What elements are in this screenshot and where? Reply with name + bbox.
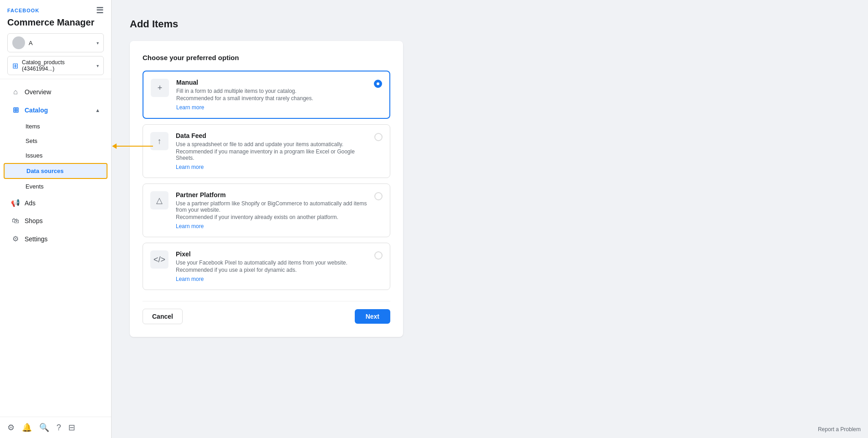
manual-radio[interactable] (374, 80, 382, 88)
next-button[interactable]: Next (355, 309, 390, 324)
sidebar-header: FACEBOOK ☰ Commerce Manager A ▾ ⊞ Catalo… (0, 0, 111, 79)
catalog-icon: ⊞ (11, 106, 20, 114)
sidebar-item-sets[interactable]: Sets (4, 134, 107, 148)
sidebar-footer: ⚙ 🔔 🔍 ? ⊟ (0, 417, 111, 438)
ads-icon: 📢 (11, 199, 20, 207)
sidebar-item-ads[interactable]: 📢 Ads (4, 194, 107, 212)
catalog-selector[interactable]: ⊞ Catalog_products (43461994...) ▾ (7, 56, 104, 75)
sidebar-item-catalog[interactable]: ⊞ Catalog ▲ (4, 101, 107, 119)
main-content: Add Items Choose your preferred option +… (112, 0, 868, 438)
facebook-brand: FACEBOOK ☰ (7, 5, 104, 15)
sidebar-item-items[interactable]: Items (4, 119, 107, 133)
search-icon[interactable]: 🔍 (39, 423, 49, 433)
option-manual[interactable]: + Manual Fill in a form to add multiple … (143, 71, 390, 119)
data-feed-radio[interactable] (374, 133, 383, 141)
sidebar-toggle-icon[interactable]: ⊟ (68, 423, 75, 433)
data-feed-content: Data Feed Use a spreadsheet or file to a… (176, 132, 367, 170)
account-name: A (29, 40, 93, 46)
cancel-button[interactable]: Cancel (143, 309, 183, 324)
gear-icon[interactable]: ⚙ (7, 423, 15, 433)
data-feed-icon: ↑ (150, 132, 168, 150)
manual-learn-more[interactable]: Learn more (176, 104, 204, 111)
app-title: Commerce Manager (7, 17, 104, 28)
page-title: Add Items (130, 18, 850, 30)
chevron-down-icon: ▾ (97, 63, 99, 68)
catalog-name: Catalog_products (43461994...) (22, 59, 93, 72)
sidebar-item-label: Catalog (25, 107, 48, 114)
partner-platform-learn-more[interactable]: Learn more (176, 223, 204, 229)
partner-platform-content: Partner Platform Use a partner platform … (176, 191, 367, 229)
sidebar-item-label: Shops (25, 217, 43, 224)
partner-platform-radio[interactable] (374, 192, 383, 200)
card-subtitle: Choose your preferred option (143, 54, 390, 61)
sidebar-item-overview[interactable]: ⌂ Overview (4, 83, 107, 101)
option-data-feed[interactable]: ↑ Data Feed Use a spreadsheet or file to… (143, 124, 390, 178)
sidebar-item-label: Ads (25, 199, 36, 207)
home-icon: ⌂ (11, 88, 20, 96)
sidebar-item-settings[interactable]: ⚙ Settings (4, 230, 107, 248)
pixel-radio[interactable] (374, 251, 383, 260)
sidebar-item-issues[interactable]: Issues (4, 148, 107, 163)
report-problem-link[interactable]: Report a Problem (818, 426, 861, 433)
pixel-learn-more[interactable]: Learn more (176, 276, 204, 282)
help-icon[interactable]: ? (56, 423, 61, 433)
account-selector[interactable]: A ▾ (7, 33, 104, 52)
sidebar-item-events[interactable]: Events (4, 179, 107, 194)
catalog-sub-nav: Items Sets Issues Data sources Events (0, 119, 111, 194)
settings-icon: ⚙ (11, 234, 20, 243)
sidebar-item-data-sources[interactable]: Data sources (4, 163, 107, 179)
option-pixel[interactable]: </> Pixel Use your Facebook Pixel to aut… (143, 243, 390, 290)
manual-content: Manual Fill in a form to add multiple it… (176, 79, 367, 111)
shops-icon: 🛍 (11, 217, 20, 225)
chevron-down-icon: ▾ (97, 41, 99, 46)
pixel-icon: </> (150, 250, 168, 269)
pixel-content: Pixel Use your Facebook Pixel to automat… (176, 250, 367, 282)
option-partner-platform[interactable]: △ Partner Platform Use a partner platfor… (143, 183, 390, 237)
data-feed-learn-more[interactable]: Learn more (176, 164, 204, 170)
partner-platform-icon: △ (150, 191, 168, 209)
menu-icon[interactable]: ☰ (96, 5, 104, 15)
bell-icon[interactable]: 🔔 (22, 423, 32, 433)
chevron-up-icon: ▲ (95, 107, 100, 113)
sidebar-item-shops[interactable]: 🛍 Shops (4, 212, 107, 229)
sidebar-item-label: Overview (25, 88, 51, 96)
avatar (12, 36, 25, 49)
grid-icon: ⊞ (12, 61, 18, 70)
sidebar-nav: ⌂ Overview ⊞ Catalog ▲ Items Sets Issues… (0, 79, 111, 417)
card-footer: Cancel Next (143, 301, 390, 324)
manual-icon: + (151, 79, 169, 97)
sidebar-item-label: Settings (25, 235, 48, 243)
sidebar: FACEBOOK ☰ Commerce Manager A ▾ ⊞ Catalo… (0, 0, 112, 438)
options-card: Choose your preferred option + Manual Fi… (130, 41, 403, 337)
